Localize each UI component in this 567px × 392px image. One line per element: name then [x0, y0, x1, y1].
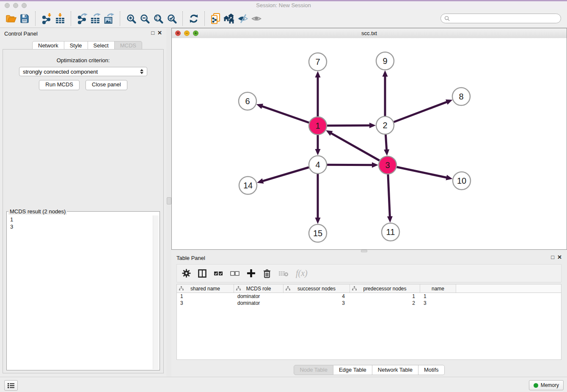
- zoom-in-button[interactable]: [124, 12, 138, 25]
- cell[interactable]: 1: [420, 293, 456, 300]
- application-window: Session: New Session: [0, 0, 567, 392]
- new-network-from-selection-button[interactable]: [209, 12, 223, 25]
- tab-motifs[interactable]: Motifs: [418, 365, 445, 375]
- close-window-icon[interactable]: [5, 3, 10, 8]
- export-network-button[interactable]: [75, 12, 89, 25]
- mcds-result-text[interactable]: 1 3: [8, 215, 153, 369]
- graph-edge-1-7[interactable]: [315, 71, 321, 116]
- cell[interactable]: 1: [350, 293, 420, 300]
- graph-edge-3-11[interactable]: [387, 174, 393, 223]
- select-all-checks-button[interactable]: [214, 268, 223, 279]
- cell[interactable]: dominator: [234, 300, 284, 306]
- graph-edge-2-8[interactable]: [394, 99, 453, 122]
- cell[interactable]: 2: [350, 300, 420, 306]
- vertical-splitter[interactable]: [166, 28, 171, 377]
- delete-rows-button[interactable]: [263, 268, 271, 279]
- open-session-button[interactable]: [4, 12, 18, 25]
- graph-node-4[interactable]: 4: [309, 156, 327, 174]
- graph-edge-4-3[interactable]: [327, 162, 378, 168]
- graph-edge-3-1[interactable]: [326, 130, 380, 160]
- maximize-view-icon[interactable]: +: [193, 30, 198, 36]
- graph-node-7[interactable]: 7: [309, 53, 327, 71]
- cell[interactable]: 1: [177, 293, 234, 300]
- graph-edge-4-15[interactable]: [315, 174, 321, 224]
- show-eye-icon: [251, 14, 262, 24]
- first-neighbors-button[interactable]: [223, 12, 236, 25]
- export-table-icon: [90, 13, 101, 24]
- network-canvas[interactable]: 7968124314101511: [172, 38, 567, 249]
- column-label: successor nodes: [297, 286, 336, 292]
- memory-button[interactable]: Memory: [529, 380, 564, 390]
- add-row-button[interactable]: [247, 268, 256, 279]
- cell[interactable]: 3: [177, 300, 234, 306]
- tab-edge-table[interactable]: Edge Table: [333, 365, 372, 375]
- cell[interactable]: 4: [284, 293, 350, 300]
- graph-node-2[interactable]: 2: [376, 116, 394, 134]
- svg-text:7: 7: [315, 57, 320, 66]
- network-window-titlebar[interactable]: scc.txt ✕ − +: [172, 28, 567, 39]
- tab-network-table[interactable]: Network Table: [372, 365, 418, 375]
- export-table-button[interactable]: [89, 12, 102, 25]
- graph-edge-3-10[interactable]: [397, 167, 453, 180]
- graph-node-15[interactable]: 15: [309, 224, 327, 242]
- graph-node-8[interactable]: 8: [452, 88, 470, 105]
- table-row[interactable]: 1dominator411: [177, 293, 561, 300]
- column-header-predecessor-nodes[interactable]: predecessor nodes: [350, 284, 420, 293]
- splitter-grip[interactable]: [167, 197, 171, 204]
- graph-edge-1-2[interactable]: [327, 123, 376, 128]
- search-box[interactable]: [440, 14, 561, 23]
- graph-node-1[interactable]: 1: [309, 117, 327, 135]
- import-network-button[interactable]: [40, 12, 53, 25]
- column-header-MCDS-role[interactable]: MCDS role: [234, 284, 284, 293]
- graph-node-6[interactable]: 6: [239, 92, 256, 110]
- graph-edge-1-4[interactable]: [315, 135, 321, 155]
- clear-all-checks-button[interactable]: [230, 268, 239, 279]
- fit-content-button[interactable]: [151, 12, 165, 25]
- column-type-icon: [236, 286, 241, 291]
- graph-edge-4-14[interactable]: [257, 167, 309, 183]
- minimize-view-icon[interactable]: −: [184, 30, 190, 36]
- graph-edge-2-3[interactable]: [384, 135, 389, 156]
- graph-node-11[interactable]: 11: [382, 223, 399, 241]
- column-header-successor-nodes[interactable]: successor nodes: [284, 284, 350, 293]
- zoom-selected-button[interactable]: [165, 12, 179, 25]
- column-header-shared-name[interactable]: shared name: [177, 284, 234, 293]
- float-panel-icon[interactable]: □: [151, 30, 154, 36]
- table-options-button[interactable]: [182, 268, 191, 279]
- memory-status-icon: [534, 383, 538, 388]
- graph-node-14[interactable]: 14: [239, 177, 257, 194]
- float-panel-icon[interactable]: □: [551, 254, 554, 260]
- save-session-button[interactable]: [18, 12, 31, 25]
- cell[interactable]: 3: [284, 300, 350, 306]
- show-columns-button[interactable]: [198, 268, 206, 279]
- graph-node-9[interactable]: 9: [376, 52, 394, 70]
- cell[interactable]: dominator: [234, 293, 284, 300]
- graph-edge-2-9[interactable]: [383, 70, 388, 116]
- table-row[interactable]: 3dominator323: [177, 300, 561, 306]
- close-panel-button[interactable]: Close panel: [85, 80, 127, 90]
- run-mcds-button[interactable]: Run MCDS: [39, 80, 80, 90]
- svg-text:11: 11: [386, 227, 395, 237]
- close-panel-icon[interactable]: ✕: [557, 254, 562, 260]
- zoom-out-button[interactable]: [138, 12, 151, 25]
- column-header-name[interactable]: name: [420, 284, 456, 293]
- close-panel-icon[interactable]: ✕: [157, 30, 162, 36]
- result-scrollbar[interactable]: [153, 215, 159, 369]
- toolbar-separator: [182, 11, 183, 26]
- cell[interactable]: 3: [420, 300, 456, 306]
- close-view-icon[interactable]: ✕: [175, 30, 181, 36]
- criterion-dropdown[interactable]: strongly connected component: [19, 67, 147, 76]
- graph-edge-1-6[interactable]: [256, 104, 309, 123]
- show-all-button[interactable]: [250, 12, 263, 25]
- tab-node-table[interactable]: Node Table: [294, 365, 333, 375]
- maximize-window-icon[interactable]: [22, 3, 27, 8]
- search-input[interactable]: [452, 14, 557, 23]
- apply-layout-button[interactable]: [187, 12, 201, 25]
- export-image-button[interactable]: [102, 12, 116, 25]
- graph-node-10[interactable]: 10: [453, 172, 471, 190]
- minimize-window-icon[interactable]: [13, 3, 18, 8]
- hide-selected-button[interactable]: [236, 12, 250, 25]
- show-panels-button[interactable]: [4, 380, 18, 391]
- import-table-button[interactable]: [53, 12, 67, 25]
- graph-node-3[interactable]: 3: [379, 156, 396, 174]
